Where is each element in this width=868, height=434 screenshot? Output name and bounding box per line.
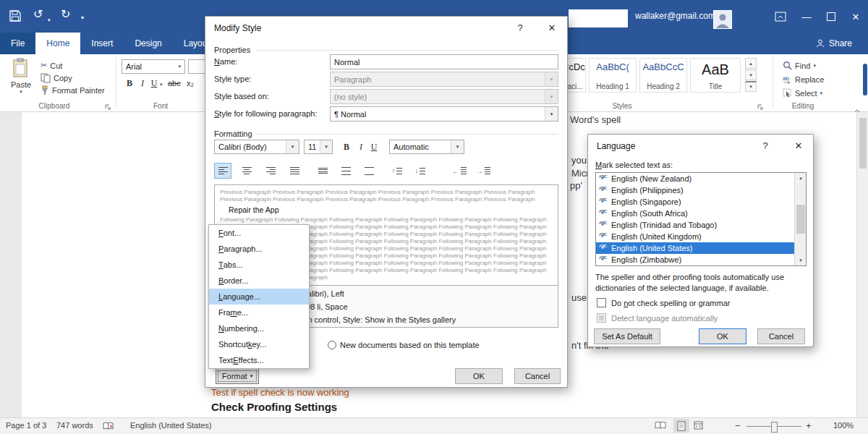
align-justify-button[interactable] bbox=[286, 163, 303, 179]
styles-scroll-down-button[interactable]: ▾ bbox=[745, 69, 757, 80]
language-option[interactable]: ABC✓English (Zimbabwe) bbox=[596, 254, 806, 265]
ribbon-display-options-button[interactable] bbox=[768, 6, 793, 27]
redo-button[interactable]: ↻ bbox=[61, 9, 70, 20]
zoom-in-button[interactable]: + bbox=[806, 420, 812, 431]
save-button[interactable] bbox=[9, 9, 22, 25]
language-option[interactable]: ABC✓English (Singapore) bbox=[596, 196, 806, 208]
dialog-underline-button[interactable]: U bbox=[369, 140, 379, 153]
titlebar-textbox[interactable] bbox=[569, 9, 628, 27]
menu-item-shortcut-key[interactable]: Shortcut key... bbox=[209, 336, 309, 352]
dialog-italic-button[interactable]: I bbox=[356, 140, 366, 153]
font-name-combo[interactable]: Arial ▾ bbox=[122, 59, 185, 74]
dialog-font-combo[interactable]: Calibri (Body) ▾ bbox=[214, 140, 299, 154]
format-button[interactable]: Format ▾ bbox=[216, 368, 259, 384]
decrease-indent-button[interactable]: ← bbox=[451, 163, 468, 179]
dialog-bold-button[interactable]: B bbox=[340, 140, 353, 153]
following-paragraph-combo[interactable]: ¶ Normal ▾ bbox=[330, 106, 558, 122]
help-button[interactable]: ? bbox=[509, 20, 531, 35]
language-indicator[interactable]: English (United States) bbox=[130, 421, 212, 430]
detect-language-checkbox[interactable] bbox=[597, 313, 606, 323]
set-as-default-button[interactable]: Set As Default bbox=[594, 328, 660, 344]
tab-design[interactable]: Design bbox=[124, 33, 172, 54]
single-spacing-button[interactable] bbox=[314, 163, 331, 179]
vertical-scrollbar[interactable] bbox=[856, 112, 868, 417]
format-painter-button[interactable]: Format Painter bbox=[41, 85, 105, 95]
decrease-paragraph-spacing-button[interactable]: ↓ bbox=[412, 163, 429, 179]
ok-button[interactable]: OK bbox=[455, 368, 503, 384]
scroll-up-button[interactable]: ▴ bbox=[795, 173, 807, 183]
undo-button[interactable]: ↺ bbox=[33, 9, 43, 20]
italic-button[interactable]: I bbox=[137, 77, 148, 90]
align-left-button[interactable] bbox=[214, 163, 231, 179]
share-button[interactable]: Share bbox=[815, 33, 852, 54]
ok-button[interactable]: OK bbox=[699, 328, 746, 344]
select-button[interactable]: Select ▾ bbox=[783, 88, 822, 98]
scrollbar-thumb[interactable] bbox=[796, 205, 805, 234]
list-scrollbar[interactable]: ▴ ▾ bbox=[794, 173, 806, 265]
menu-item-border[interactable]: Border... bbox=[209, 273, 309, 289]
style-type-combo[interactable]: Paragraph ▾ bbox=[330, 72, 558, 87]
help-button[interactable]: ? bbox=[754, 137, 776, 153]
scrollbar-thumb[interactable] bbox=[859, 118, 867, 169]
maximize-button[interactable] bbox=[819, 6, 843, 27]
replace-button[interactable]: ab Replace bbox=[783, 75, 824, 84]
cancel-button[interactable]: Cancel bbox=[514, 368, 561, 384]
menu-item-frame[interactable]: Frame... bbox=[209, 305, 309, 320]
align-center-button[interactable] bbox=[238, 163, 255, 179]
print-layout-button[interactable] bbox=[673, 419, 689, 433]
styles-scroll-up-button[interactable]: ▴ bbox=[745, 58, 757, 69]
dialog-font-size-combo[interactable]: 11 ▾ bbox=[304, 140, 333, 154]
zoom-slider-thumb[interactable] bbox=[771, 422, 778, 433]
style-title[interactable]: AaB Title bbox=[690, 58, 741, 93]
style-based-on-combo[interactable]: (no style) ▾ bbox=[330, 89, 558, 104]
cut-button[interactable]: ✂ Cut bbox=[41, 61, 62, 70]
one-half-spacing-button[interactable] bbox=[337, 163, 354, 179]
menu-item-text-effects[interactable]: Text Effects... bbox=[209, 352, 309, 368]
zoom-level[interactable]: 100% bbox=[833, 421, 854, 430]
language-option[interactable]: ABC✓English (New Zealand) bbox=[596, 173, 806, 184]
menu-item-font[interactable]: Font... bbox=[209, 225, 309, 241]
menu-item-language[interactable]: Language... bbox=[209, 289, 309, 305]
close-button[interactable]: ✕ bbox=[843, 6, 868, 27]
paste-button[interactable]: Paste ▾ bbox=[6, 58, 36, 103]
close-dialog-button[interactable]: ✕ bbox=[541, 20, 563, 35]
read-mode-button[interactable] bbox=[655, 420, 666, 431]
no-spellcheck-checkbox[interactable] bbox=[597, 298, 606, 307]
undo-caret[interactable]: ▾ bbox=[48, 14, 51, 26]
subscript-button[interactable]: x₂ bbox=[187, 77, 194, 90]
menu-item-tabs[interactable]: Tabs... bbox=[209, 257, 309, 273]
scroll-down-button[interactable]: ▾ bbox=[795, 255, 807, 265]
underline-button[interactable]: U bbox=[149, 77, 159, 90]
copy-button[interactable]: Copy bbox=[41, 73, 72, 83]
web-layout-button[interactable] bbox=[694, 421, 703, 431]
new-documents-radio[interactable] bbox=[328, 341, 336, 349]
customize-qat-button[interactable]: ▾ bbox=[81, 12, 84, 24]
word-count[interactable]: 747 words bbox=[56, 421, 93, 430]
double-spacing-button[interactable] bbox=[360, 163, 378, 179]
name-input[interactable]: Normal bbox=[330, 54, 558, 69]
menu-item-paragraph[interactable]: Paragraph... bbox=[209, 241, 309, 257]
page-indicator[interactable]: Page 1 of 3 bbox=[6, 421, 46, 430]
font-color-combo[interactable]: Automatic ▾ bbox=[389, 140, 464, 154]
minimize-button[interactable]: — bbox=[794, 6, 819, 27]
tab-file[interactable]: File bbox=[0, 33, 35, 54]
increase-paragraph-spacing-button[interactable]: ↑ bbox=[388, 163, 406, 179]
style-heading2[interactable]: AaBbCcC Heading 2 bbox=[639, 58, 687, 93]
language-option[interactable]: ABC✓English (Philippines) bbox=[596, 184, 806, 196]
avatar[interactable] bbox=[713, 10, 732, 29]
menu-item-numbering[interactable]: Numbering... bbox=[209, 320, 309, 336]
account-email[interactable]: wallaker@gmail.com bbox=[635, 11, 715, 21]
tab-home[interactable]: Home bbox=[35, 33, 80, 54]
zoom-out-button[interactable]: − bbox=[735, 420, 741, 431]
language-option-selected[interactable]: ABC✓English (United States) bbox=[596, 242, 806, 254]
increase-indent-button[interactable]: → bbox=[475, 163, 492, 179]
styles-more-button[interactable]: ▾ bbox=[745, 81, 757, 92]
find-button[interactable]: Find ▾ bbox=[783, 61, 816, 70]
proofing-status[interactable] bbox=[103, 422, 114, 432]
strikethrough-button[interactable]: abc bbox=[168, 77, 181, 90]
tab-insert[interactable]: Insert bbox=[80, 33, 124, 54]
bold-button[interactable]: B bbox=[123, 77, 136, 90]
align-right-button[interactable] bbox=[262, 163, 279, 179]
underline-caret[interactable]: ▾ bbox=[160, 82, 163, 88]
close-dialog-button[interactable]: ✕ bbox=[788, 137, 809, 153]
